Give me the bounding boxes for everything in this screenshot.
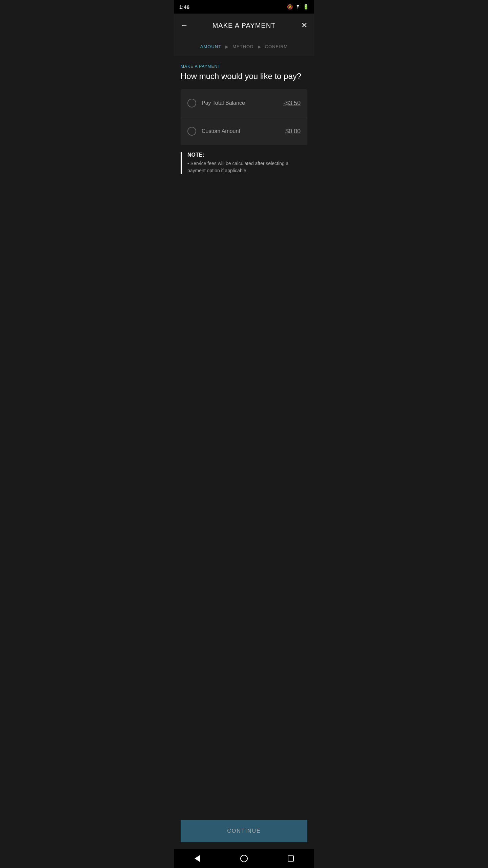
note-bar-indicator	[181, 152, 182, 174]
nav-recents-icon	[288, 855, 294, 862]
header: ← MAKE A PAYMENT ✕	[174, 14, 314, 37]
status-time: 1:46	[179, 4, 189, 10]
note-content: NOTE: • Service fees will be calculated …	[187, 152, 307, 174]
notification-muted-icon: 🔕	[287, 4, 293, 9]
nav-home-button[interactable]	[236, 853, 252, 864]
note-text: • Service fees will be calculated after …	[187, 160, 307, 174]
chevron-right-icon-2: ▶	[258, 44, 261, 49]
option-total-balance-label: Pay Total Balance	[202, 100, 283, 106]
stepper-nav: AMOUNT ▶ METHOD ▶ CONFIRM	[174, 37, 314, 56]
nav-bar	[174, 849, 314, 868]
radio-total-balance[interactable]	[187, 99, 196, 107]
option-total-balance-amount: -$3.50	[283, 100, 301, 107]
option-total-balance[interactable]: Pay Total Balance -$3.50	[181, 89, 307, 117]
option-custom-amount[interactable]: Custom Amount $0.00	[181, 117, 307, 145]
spacer	[174, 505, 314, 820]
wifi-icon	[295, 4, 301, 10]
nav-back-icon	[195, 855, 200, 862]
payment-options-card: Pay Total Balance -$3.50 Custom Amount $…	[181, 89, 307, 145]
section-label: MAKE A PAYMENT	[181, 64, 307, 69]
nav-home-icon	[240, 855, 248, 862]
note-section: NOTE: • Service fees will be calculated …	[181, 152, 307, 174]
option-custom-amount-value: $0.00	[285, 128, 301, 135]
status-bar: 1:46 🔕 🔋	[174, 0, 314, 14]
note-title: NOTE:	[187, 152, 307, 158]
section-title: How much would you like to pay?	[181, 72, 307, 81]
step-confirm[interactable]: CONFIRM	[265, 44, 288, 49]
radio-custom-amount[interactable]	[187, 127, 196, 136]
main-content: MAKE A PAYMENT How much would you like t…	[174, 56, 314, 505]
continue-button[interactable]: CONTINUE	[181, 820, 307, 842]
option-custom-amount-label: Custom Amount	[202, 128, 285, 134]
step-amount[interactable]: AMOUNT	[200, 44, 221, 49]
battery-icon: 🔋	[303, 4, 309, 9]
nav-back-button[interactable]	[189, 853, 206, 864]
chevron-right-icon-1: ▶	[225, 44, 228, 49]
close-button[interactable]: ✕	[294, 21, 307, 30]
status-icons: 🔕 🔋	[287, 4, 309, 10]
back-button[interactable]: ←	[181, 21, 194, 30]
nav-recents-button[interactable]	[282, 853, 299, 864]
step-method[interactable]: METHOD	[232, 44, 253, 49]
page-title: MAKE A PAYMENT	[212, 22, 276, 29]
